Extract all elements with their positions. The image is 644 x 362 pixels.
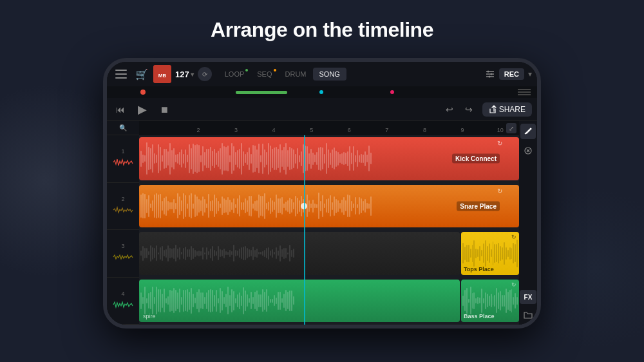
timeline-main: 2 3 4 5 6 7 8 9 10 ⤢ (139, 121, 519, 325)
bpm-value: 127 (175, 70, 189, 79)
top-bar: 🛒 MB 127 ▾ ⟳ LOOP SEQ (107, 62, 537, 86)
cart-button[interactable]: 🛒 (134, 66, 149, 82)
play-button[interactable]: ▶ (134, 101, 151, 118)
progress-red-dot (140, 90, 146, 95)
track-4-main-waveform: for(let i=0;i<80;i++){document.write('<d… (139, 280, 460, 323)
track-3-dark-waveform: for(let i=0;i<80;i++){document.write('<d… (139, 232, 460, 275)
ruler-mark-6: 6 (330, 127, 368, 133)
timeline-expand-button[interactable]: ⤢ (506, 123, 516, 133)
track-block-4-right[interactable]: for(let i=0;i<30;i++){document.write('<d… (461, 280, 519, 323)
progress-lines (518, 89, 531, 95)
tracks-area: for(let i=0;i<120;i++){document.write('<… (139, 135, 519, 325)
ruler-mark-7: 7 (368, 127, 406, 133)
share-button[interactable]: SHARE (482, 102, 532, 117)
track-labels-column: 🔍 1 2 (107, 121, 139, 325)
tempo-button[interactable]: ⟳ (198, 67, 212, 81)
track-num-2: 2 (121, 196, 124, 202)
track-label-4[interactable]: 4 (107, 278, 139, 325)
track-row-3[interactable]: for(let i=0;i<80;i++){document.write('<d… (139, 230, 519, 278)
tab-song[interactable]: SONG (313, 68, 346, 81)
ruler-mark-9: 9 (444, 127, 482, 133)
ruler-marks: 2 3 4 5 6 7 8 9 10 (139, 127, 519, 133)
svg-text:MB: MB (158, 73, 167, 79)
track-label-2[interactable]: 2 (107, 183, 139, 231)
track-label-1[interactable]: 1 (107, 135, 139, 183)
track-block-3-yellow[interactable]: for(let i=0;i<30;i++){document.write('<d… (461, 232, 519, 275)
album-art[interactable]: MB (153, 65, 171, 83)
track-4-loop-icon: ↻ (511, 281, 516, 288)
bpm-display: 127 ▾ (175, 70, 194, 79)
track-block-3-dark[interactable]: for(let i=0;i<80;i++){document.write('<d… (139, 232, 460, 275)
ruler-mark-4: 4 (255, 127, 293, 133)
bpm-arrow-icon: ▾ (191, 71, 194, 78)
svg-point-6 (490, 73, 492, 75)
controls-row: ⏮ ▶ ⏹ ↩ ↪ SHARE (107, 98, 537, 121)
sidebar-adjust-icon[interactable] (520, 143, 536, 158)
tab-loop[interactable]: LOOP (218, 68, 251, 81)
track-3-name: Tops Place (464, 266, 494, 272)
track-row-1[interactable]: for(let i=0;i<120;i++){document.write('<… (139, 135, 519, 183)
eq-button[interactable] (485, 70, 495, 79)
track-waveform-4 (112, 298, 134, 311)
ruler-mark-3: 3 (217, 127, 255, 133)
track-block-4-main[interactable]: for(let i=0;i<80;i++){document.write('<d… (139, 280, 460, 323)
ruler-mark-2: 2 (180, 127, 218, 133)
ruler-spacer: 🔍 (107, 121, 139, 135)
fx-button[interactable]: FX (520, 290, 536, 304)
track-block-2[interactable]: for(let i=0;i<120;i++){document.write('<… (139, 185, 519, 228)
progress-pink-dot (390, 90, 394, 94)
track-2-segment-dot (301, 203, 307, 209)
rec-button[interactable]: REC (499, 68, 524, 80)
track-4-name: Bass Place (464, 313, 495, 319)
track-1-name: Kick Connect (452, 154, 500, 164)
mode-tabs: LOOP SEQ DRUM SONG (218, 68, 346, 81)
app-content: 🛒 MB 127 ▾ ⟳ LOOP SEQ (107, 62, 537, 325)
tab-seq[interactable]: SEQ (251, 68, 278, 81)
stop-button[interactable]: ⏹ (156, 101, 173, 118)
progress-row (107, 86, 537, 98)
track-block-1[interactable]: for(let i=0;i<120;i++){document.write('<… (139, 137, 519, 180)
track-row-4[interactable]: for(let i=0;i<80;i++){document.write('<d… (139, 278, 519, 325)
ruler-mark-8: 8 (406, 127, 444, 133)
track-2-loop-icon: ↻ (497, 187, 502, 195)
track-waveform-1 (112, 156, 134, 169)
track-num-4: 4 (121, 291, 124, 297)
ruler-mark-5: 5 (292, 127, 330, 133)
right-sidebar: FX (519, 121, 537, 325)
track-num-3: 3 (121, 243, 124, 249)
track-num-1: 1 (121, 148, 124, 155)
sidebar-edit-icon[interactable] (520, 124, 536, 139)
tab-drum[interactable]: DRUM (279, 68, 313, 81)
folder-icon[interactable] (521, 308, 535, 322)
phone-device: 🛒 MB 127 ▾ ⟳ LOOP SEQ (103, 58, 541, 329)
track-4-label-short: spire (143, 313, 156, 319)
track-waveform-2 (112, 204, 134, 216)
timeline-container: 🔍 1 2 (107, 121, 537, 325)
page-title: Arrange on the timeline (211, 18, 433, 42)
track-3-loop-icon: ↻ (511, 234, 516, 240)
track-1-loop-icon: ↻ (497, 140, 502, 147)
undo-button[interactable]: ↩ (441, 101, 458, 118)
progress-green-bar (236, 91, 287, 94)
ruler-mark-1 (142, 127, 180, 133)
skip-back-button[interactable]: ⏮ (112, 101, 129, 118)
undo-redo-group: ↩ ↪ (441, 101, 477, 118)
menu-button[interactable] (112, 65, 130, 83)
loop-dot-indicator (245, 69, 248, 71)
track-waveform-3 (112, 251, 134, 263)
ruler: 2 3 4 5 6 7 8 9 10 ⤢ (139, 121, 519, 135)
redo-button[interactable]: ↪ (460, 101, 477, 118)
seq-dot-indicator (274, 69, 276, 71)
progress-teal-dot (319, 90, 323, 94)
track-label-3[interactable]: 3 (107, 230, 139, 278)
menu-chevron-icon[interactable]: ▾ (528, 70, 532, 79)
track-row-2[interactable]: for(let i=0;i<120;i++){document.write('<… (139, 183, 519, 231)
svg-point-7 (488, 76, 490, 78)
track-2-name: Snare Place (457, 201, 500, 211)
svg-point-5 (487, 71, 489, 73)
